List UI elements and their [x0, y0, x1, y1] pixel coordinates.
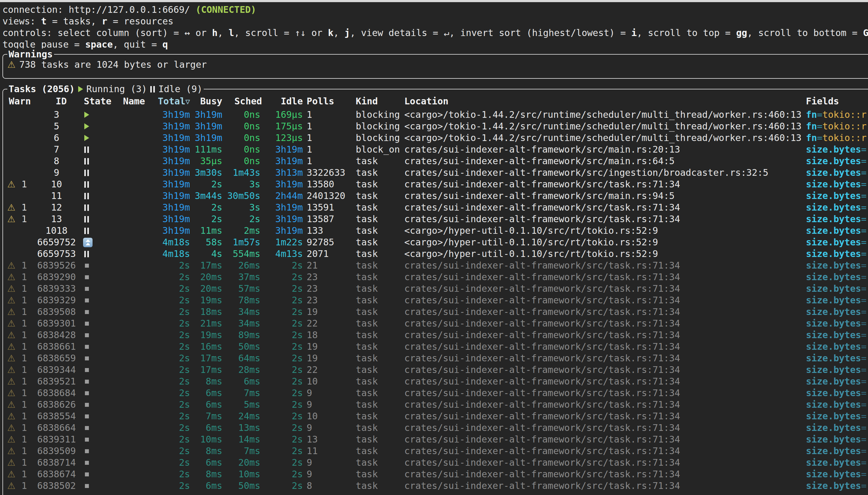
task-row[interactable]: ⚠168393292s19ms78ms2s23taskcrates/sui-in… — [5, 294, 868, 306]
warn-count: 1 — [21, 399, 27, 410]
duration-value: 24ms — [238, 411, 260, 422]
warning-triangle-icon: ⚠ — [7, 422, 15, 433]
task-row[interactable]: 93h19m3m30s1m43s3h13m3322633taskcrates/s… — [5, 167, 868, 178]
duration-value: 2s — [179, 341, 190, 352]
cell-total: 3h19m — [156, 132, 191, 144]
field-key: size.bytes — [806, 376, 861, 387]
cell-task-id: 6838428 — [31, 329, 82, 341]
cell-fields: size.bytes= — [803, 457, 868, 468]
cell-idle: 3h19m — [262, 225, 304, 237]
cell-fields: size.bytes= — [803, 341, 868, 353]
cell-location: crates/sui-indexer-alt-framework/src/tas… — [401, 445, 803, 457]
task-row[interactable]: ⚠168395092s8ms7ms2s11taskcrates/sui-inde… — [5, 445, 868, 457]
task-row[interactable]: ⚠168387142s6ms20ms2s9taskcrates/sui-inde… — [5, 457, 868, 468]
cell-total: 2s — [156, 341, 191, 353]
task-row[interactable]: ⚠168393442s17ms28ms2s22taskcrates/sui-in… — [5, 364, 868, 376]
task-row[interactable]: 113h19m3m44s30m50s2h44m2401320taskcrates… — [5, 190, 868, 202]
duration-value: 0ns — [244, 144, 260, 155]
task-row[interactable]: ⚠168385022s6ms50ms2s8taskcrates/sui-inde… — [5, 480, 868, 492]
cell-warn: ⚠1 — [5, 457, 31, 468]
task-row[interactable]: ⚠1133h19m2s2s3h19m13587taskcrates/sui-in… — [5, 213, 868, 225]
duration-value: 2s — [292, 341, 303, 352]
task-row[interactable]: ⚠168395082s18ms34ms2s19taskcrates/sui-in… — [5, 306, 868, 318]
task-row[interactable]: ⚠168386742s8ms10ms2s9taskcrates/sui-inde… — [5, 468, 868, 480]
column-header-total[interactable]: Total▿ — [156, 96, 191, 107]
cell-fields: fn=tokio::r — [803, 121, 868, 132]
task-row[interactable]: ⚠168393112s10ms14ms2s13taskcrates/sui-in… — [5, 434, 868, 445]
task-row[interactable]: ⚠168386842s6ms7ms2s9taskcrates/sui-index… — [5, 387, 868, 399]
cell-warn: ⚠1 — [5, 202, 31, 213]
task-row[interactable]: ⚠168392902s20ms37ms2s23taskcrates/sui-in… — [5, 271, 868, 283]
warning-triangle-icon: ⚠ — [7, 272, 15, 282]
task-row[interactable]: ⚠1103h19m2s3s3h19m13580taskcrates/sui-in… — [5, 178, 868, 190]
task-row[interactable]: ⚠168386612s16ms50ms2s19taskcrates/sui-in… — [5, 341, 868, 353]
tasks-count-label: Tasks (2056) — [9, 83, 75, 95]
cell-kind: task — [353, 237, 401, 248]
task-row[interactable]: ⚠168385542s7ms24ms2s10taskcrates/sui-ind… — [5, 410, 868, 422]
cell-sched: 3s — [224, 178, 262, 190]
cell-location: crates/sui-indexer-alt-framework/src/tas… — [401, 294, 803, 306]
completed-square-icon — [85, 275, 89, 279]
column-header-id[interactable]: ID — [31, 96, 82, 107]
column-header-state[interactable]: State — [82, 96, 122, 107]
cell-location: crates/sui-indexer-alt-framework/src/tas… — [401, 283, 803, 294]
task-row[interactable]: ⚠168393012s21ms34ms2s22taskcrates/sui-in… — [5, 318, 868, 329]
cell-sched: 3s — [224, 202, 262, 213]
duration-value: 0ns — [244, 121, 260, 132]
task-row[interactable]: 73h19m111ms0ns3h19m1block_oncrates/sui-i… — [5, 144, 868, 155]
task-row[interactable]: ⚠168393332s20ms57ms2s23taskcrates/sui-in… — [5, 283, 868, 294]
cell-sched: 7ms — [224, 387, 262, 399]
task-row[interactable]: 33h19m3h19m0ns169µs1blocking<cargo>/toki… — [5, 109, 868, 121]
text-segment: , — [217, 28, 229, 38]
cell-fields: size.bytes= — [803, 422, 868, 434]
completed-square-icon — [85, 345, 89, 349]
column-header-warn[interactable]: Warn — [5, 96, 31, 107]
cell-sched: 20ms — [224, 457, 262, 468]
cell-kind: blocking — [353, 109, 401, 121]
duration-value: 111ms — [195, 144, 222, 155]
task-row[interactable]: 66597534m18s4s554ms4m13s2071task<cargo>/… — [5, 248, 868, 260]
duration-value: 3h19m — [275, 214, 303, 224]
pause-bars-icon — [84, 193, 89, 199]
duration-value: 3h19m — [163, 144, 190, 155]
cell-fields: size.bytes= — [803, 155, 868, 167]
cell-busy: 11ms — [191, 225, 224, 237]
cell-polls: 9 — [304, 457, 353, 468]
tasks-panel: Tasks (2056) Running (3) Idle (9) WarnID… — [2, 89, 868, 495]
task-row[interactable]: ⚠168395212s8ms6ms2s10taskcrates/sui-inde… — [5, 376, 868, 387]
cell-polls: 1 — [304, 109, 353, 121]
cell-location: <cargo>/hyper-util-0.1.10/src/rt/tokio.r… — [401, 248, 803, 260]
field-key: fn — [806, 121, 817, 132]
task-row[interactable]: ⚠168386642s6ms13ms2s9taskcrates/sui-inde… — [5, 422, 868, 434]
task-row[interactable]: 66597524m18s58s1m57s1m22s92785task<cargo… — [5, 237, 868, 248]
column-header-idle[interactable]: Idle — [262, 96, 304, 107]
column-header-polls[interactable]: Polls — [304, 96, 353, 107]
cell-warn: ⚠1 — [5, 422, 31, 434]
column-header-kind[interactable]: Kind — [353, 96, 401, 107]
cell-task-id: 6838661 — [31, 341, 82, 353]
task-row[interactable]: 10183h19m11ms2ms3h19m133task<cargo>/hype… — [5, 225, 868, 237]
cell-sched: 5ms — [224, 399, 262, 410]
column-header-busy[interactable]: Busy — [191, 96, 224, 107]
warn-count: 1 — [21, 411, 27, 422]
task-row[interactable]: 63h19m3h19m0ns123µs1blocking<cargo>/toki… — [5, 132, 868, 144]
task-row[interactable]: ⚠1123h19m2s3s3h19m13591taskcrates/sui-in… — [5, 202, 868, 213]
column-header-sched[interactable]: Sched — [224, 96, 262, 107]
task-row[interactable]: ⚠168386262s6ms5ms2s9taskcrates/sui-index… — [5, 399, 868, 410]
column-header-name[interactable]: Name — [122, 96, 156, 107]
task-row[interactable]: ⚠168395262s17ms26ms2s21taskcrates/sui-in… — [5, 260, 868, 271]
task-row[interactable]: 83h19m35µs0ns3h19m1taskcrates/sui-indexe… — [5, 155, 868, 167]
warn-count: 1 — [21, 434, 27, 445]
cell-total: 3h19m — [156, 178, 191, 190]
cell-sched: 64ms — [224, 353, 262, 364]
column-header-location[interactable]: Location — [401, 96, 803, 107]
cell-fields: size.bytes= — [803, 213, 868, 225]
cell-fields: size.bytes= — [803, 144, 868, 155]
task-row[interactable]: 53h19m3h19m0ns175µs1blocking<cargo>/toki… — [5, 121, 868, 132]
field-key: size.bytes — [806, 422, 861, 433]
task-row[interactable]: ⚠168384282s19ms89ms2s18taskcrates/sui-in… — [5, 329, 868, 341]
column-header-fields[interactable]: Fields — [803, 96, 868, 107]
cell-fields: size.bytes= — [803, 294, 868, 306]
cell-busy: 4s — [191, 248, 224, 260]
task-row[interactable]: ⚠168386592s17ms64ms2s19taskcrates/sui-in… — [5, 353, 868, 364]
